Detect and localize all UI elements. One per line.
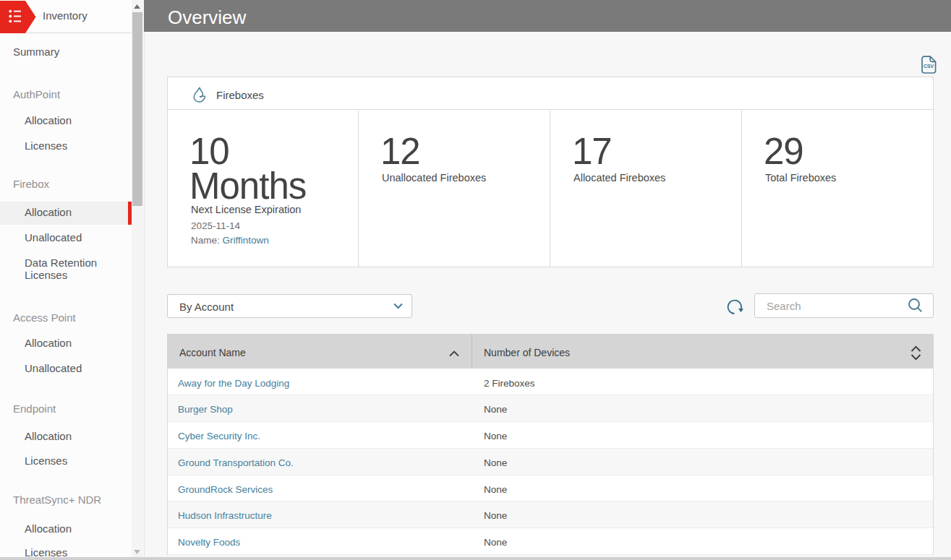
svg-text:CSV: CSV <box>924 64 934 69</box>
